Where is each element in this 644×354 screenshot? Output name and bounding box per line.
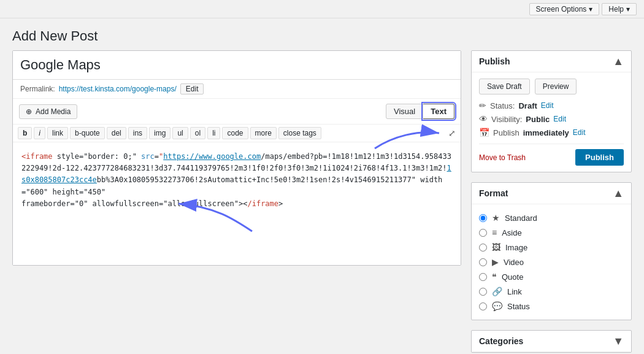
format-option-status: 💬 Status — [479, 299, 624, 314]
format-btn-ul[interactable]: ul — [172, 127, 188, 139]
format-btn-img[interactable]: img — [149, 127, 171, 139]
format-radio-standard[interactable] — [479, 214, 487, 222]
format-label-link[interactable]: Link — [507, 287, 522, 296]
format-metabox-body: ★ Standard ≡ Aside 🖼 Image ▶ Video — [472, 204, 631, 320]
publish-time-label: Publish — [493, 128, 519, 137]
status-icon: ✏ — [479, 101, 486, 110]
help-label: Help — [608, 5, 624, 13]
format-btn-del[interactable]: del — [107, 127, 126, 139]
categories-metabox: Categories ▼ — [471, 330, 632, 353]
format-label-quote[interactable]: Quote — [502, 272, 523, 282]
format-radio-quote[interactable] — [479, 273, 487, 281]
publish-metabox-title: Publish — [479, 56, 510, 66]
format-label-standard[interactable]: Standard — [505, 214, 537, 223]
add-media-icon: ⊕ — [26, 107, 32, 116]
format-label-aside[interactable]: Aside — [502, 228, 522, 237]
quote-icon: ❝ — [492, 272, 497, 282]
publish-actions-top: Save Draft Preview — [479, 79, 624, 94]
screen-options-label: Screen Options — [536, 5, 587, 13]
categories-metabox-title: Categories — [479, 336, 523, 346]
format-radio-status[interactable] — [479, 302, 487, 310]
editor-area: Permalink: https://test.kinsta.com/googl… — [12, 50, 461, 266]
tab-visual[interactable]: Visual — [386, 104, 423, 119]
format-metabox-header[interactable]: Format ▲ — [472, 183, 631, 204]
format-label-image[interactable]: Image — [505, 243, 527, 252]
format-metabox: Format ▲ ★ Standard ≡ Aside 🖼 Image — [471, 182, 632, 320]
format-btn-code[interactable]: code — [222, 127, 248, 139]
format-buttons-row: b i link b-quote del ins img ul ol li co… — [13, 125, 461, 142]
format-option-standard: ★ Standard — [479, 210, 624, 225]
visibility-value: Public — [526, 115, 550, 124]
status-value: Draft — [518, 101, 537, 110]
post-title-input[interactable] — [13, 51, 461, 80]
format-radio-link[interactable] — [479, 288, 487, 296]
status-row: ✏ Status: Draft Edit — [479, 101, 624, 110]
visibility-edit-link[interactable]: Edit — [553, 115, 566, 123]
page-title: Add New Post — [0, 18, 644, 50]
publish-metabox: Publish ▲ Save Draft Preview ✏ Status: D… — [471, 50, 632, 172]
publish-time-value: immediately — [523, 128, 569, 137]
move-to-trash-link[interactable]: Move to Trash — [479, 153, 526, 162]
calendar-icon: 📅 — [479, 128, 489, 137]
add-media-label: Add Media — [36, 107, 71, 116]
permalink-edit-button[interactable]: Edit — [180, 83, 204, 94]
preview-button[interactable]: Preview — [535, 79, 577, 94]
visual-text-tabs: Visual Text — [386, 104, 454, 119]
format-label-video[interactable]: Video — [504, 258, 524, 267]
format-btn-link[interactable]: link — [47, 127, 68, 139]
format-radio-video[interactable] — [479, 258, 487, 266]
format-radio-aside[interactable] — [479, 229, 487, 237]
expand-icon[interactable]: ⤢ — [448, 128, 456, 138]
visibility-row: 👁 Visibility: Public Edit — [479, 114, 624, 124]
publish-footer: Move to Trash Publish — [479, 144, 624, 166]
status-format-icon: 💬 — [492, 301, 502, 311]
publish-time-row: 📅 Publish immediately Edit — [479, 128, 624, 137]
format-collapse-icon: ▲ — [613, 188, 624, 199]
main-layout: Permalink: https://test.kinsta.com/googl… — [0, 50, 644, 354]
editor-toolbar-top: ⊕ Add Media Visual Text — [13, 99, 461, 125]
publish-time-edit-link[interactable]: Edit — [573, 128, 586, 137]
format-btn-li[interactable]: li — [207, 127, 220, 139]
categories-collapse-icon: ▼ — [613, 336, 624, 347]
publish-collapse-icon: ▲ — [613, 56, 624, 67]
status-edit-link[interactable]: Edit — [541, 101, 554, 110]
publish-button[interactable]: Publish — [575, 149, 624, 166]
screen-options-button[interactable]: Screen Options ▾ — [529, 3, 600, 15]
format-option-image: 🖼 Image — [479, 240, 624, 255]
format-btn-bquote[interactable]: b-quote — [70, 127, 105, 139]
permalink-label: Permalink: — [20, 85, 55, 93]
sidebar: Publish ▲ Save Draft Preview ✏ Status: D… — [471, 50, 632, 354]
screen-options-chevron-icon: ▾ — [589, 5, 592, 13]
format-btn-close-tags[interactable]: close tags — [278, 127, 321, 139]
publish-metabox-body: Save Draft Preview ✏ Status: Draft Edit … — [472, 72, 631, 172]
help-chevron-icon: ▾ — [626, 5, 630, 13]
format-label-status[interactable]: Status — [507, 302, 530, 311]
format-btn-b[interactable]: b — [18, 127, 32, 139]
top-bar: Screen Options ▾ Help ▾ — [0, 0, 644, 18]
format-radio-image[interactable] — [479, 244, 487, 252]
format-btn-ol[interactable]: ol — [190, 127, 205, 139]
link-icon: 🔗 — [492, 287, 502, 296]
standard-icon: ★ — [492, 213, 500, 223]
save-draft-button[interactable]: Save Draft — [479, 79, 530, 94]
video-icon: ▶ — [492, 257, 499, 267]
tab-text[interactable]: Text — [423, 104, 454, 119]
format-option-quote: ❝ Quote — [479, 269, 624, 284]
format-btn-more[interactable]: more — [250, 127, 277, 139]
help-button[interactable]: Help ▾ — [602, 3, 637, 15]
categories-metabox-header[interactable]: Categories ▼ — [472, 331, 631, 352]
format-btn-i[interactable]: i — [34, 127, 45, 139]
permalink-url[interactable]: https://test.kinsta.com/google-maps/ — [59, 85, 177, 93]
format-metabox-title: Format — [479, 188, 508, 198]
status-label: Status: — [490, 101, 515, 110]
visibility-label: Visibility: — [491, 115, 522, 124]
aside-icon: ≡ — [492, 228, 497, 237]
format-option-link: 🔗 Link — [479, 284, 624, 299]
image-icon: 🖼 — [492, 242, 500, 252]
format-btn-ins[interactable]: ins — [128, 127, 147, 139]
add-media-button[interactable]: ⊕ Add Media — [19, 104, 77, 119]
format-option-aside: ≡ Aside — [479, 225, 624, 240]
publish-metabox-header[interactable]: Publish ▲ — [472, 51, 631, 72]
permalink-row: Permalink: https://test.kinsta.com/googl… — [13, 80, 461, 99]
code-editor[interactable]: <iframe style="border: 0;" src="https://… — [13, 142, 461, 265]
